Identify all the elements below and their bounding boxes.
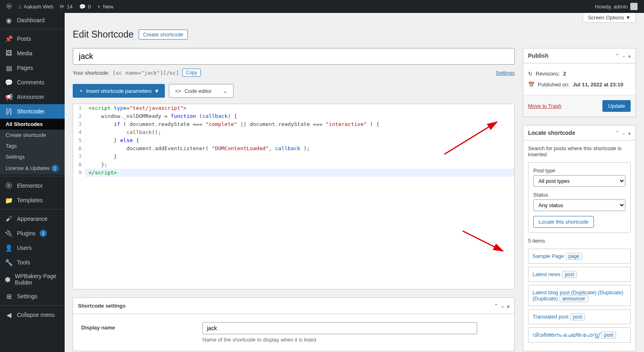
line-number: 5 [73, 136, 85, 145]
status-select[interactable]: Any status [533, 199, 625, 211]
editor-type-select[interactable]: <>Code editor⌄ [169, 84, 233, 98]
calendar-icon: 📅 [528, 82, 535, 88]
sidebar-item-announcer[interactable]: 📢Announcer [0, 90, 65, 104]
chevron-down-icon[interactable]: ⌄ [501, 303, 505, 309]
locate-shortcode-box: Locate shortcode ⌃⌄▴ Search for posts wh… [523, 125, 636, 351]
display-name-input[interactable] [202, 322, 477, 334]
result-item: Latest newspost [528, 267, 631, 282]
sidebar-item-media[interactable]: 🖼Media [0, 46, 65, 61]
sidebar-item-posts[interactable]: 📌Posts [0, 31, 65, 46]
menu-separator [0, 174, 65, 176]
sidebar-item-pages[interactable]: ▤Pages [0, 61, 65, 75]
sidebar-item-wpbakery[interactable]: ⬢WPBakery Page Builder [0, 270, 65, 289]
sidebar-item-elementor[interactable]: ⓔElementor [0, 178, 65, 193]
sidebar-item-label: Dashboard [17, 17, 45, 23]
editor-label: Code editor [185, 88, 212, 94]
sidebar-item-label: Templates [17, 197, 43, 203]
comment-icon: 💬 [79, 4, 86, 10]
media-icon: 🖼 [5, 49, 13, 57]
sidebar-item-label: Tools [17, 259, 30, 266]
submenu-license[interactable]: License & Updates 1 [0, 162, 65, 174]
sidebar-item-templates[interactable]: 📁Templates [0, 193, 65, 207]
shortcode-code: [sc name="jack"][/sc] [113, 70, 179, 76]
chevron-up-icon[interactable]: ⌃⌄▴ [615, 53, 631, 59]
display-name-label: Display name [81, 322, 194, 331]
comments-count: 0 [88, 4, 91, 10]
insert-parameters-button[interactable]: ＋Insert shortcode parameters▼ [73, 84, 165, 98]
sidebar-item-shortcoder[interactable]: [/]Shortcoder [0, 104, 65, 119]
sidebar-item-label: Posts [17, 36, 31, 42]
menu-separator [0, 27, 65, 29]
screen-options-toggle[interactable]: Screen Options ▼ [583, 13, 636, 23]
my-account[interactable]: Howdy, admin [592, 0, 641, 13]
submenu-tags[interactable]: Tags [0, 140, 65, 151]
result-item: വിവർത്തനം ചെയ്ത പോസ്റ്റ്post [528, 327, 631, 343]
submenu-create-shortcode[interactable]: Create shortcode [0, 130, 65, 140]
move-to-trash-link[interactable]: Move to Trash [528, 103, 561, 109]
collapse-icon: ◀ [5, 311, 13, 319]
sidebar-item-collapse[interactable]: ◀Collapse menu [0, 308, 65, 322]
brush-icon: 🖌 [5, 215, 13, 223]
site-name[interactable]: ⌂Aakash Web [15, 0, 57, 13]
page-title: Edit Shortcode [73, 29, 134, 40]
locate-button[interactable]: Locate this shortcode [533, 216, 594, 228]
result-link[interactable]: Translated post [532, 314, 568, 320]
sidebar-item-settings[interactable]: ⊞Settings [0, 289, 65, 304]
submenu-label: License & Updates [6, 165, 50, 171]
result-type: post [601, 331, 616, 339]
update-button[interactable]: Update [602, 100, 631, 112]
insert-label: Insert shortcode parameters [86, 88, 152, 94]
line-number: 9 [73, 169, 85, 177]
toggle-icon[interactable]: ▴ [628, 130, 631, 136]
pin-icon: 📌 [5, 35, 13, 43]
copy-button[interactable]: Copy [182, 69, 201, 77]
elementor-icon: ⓔ [5, 182, 13, 190]
updates[interactable]: ⟳14 [57, 0, 76, 13]
sidebar-item-tools[interactable]: 🔧Tools [0, 255, 65, 270]
locate-desc: Search for posts where this shortcode is… [528, 145, 631, 157]
code-editor[interactable]: 1<script type="text/javascript"> 2 windo… [73, 104, 515, 289]
chevron-down-icon[interactable]: ⌄ [622, 53, 626, 59]
create-shortcode-button[interactable]: Create shortcode [139, 29, 188, 40]
updates-count: 14 [67, 4, 72, 10]
sidebar-item-label: Shortcoder [17, 108, 44, 115]
sidebar-item-label: Elementor [17, 182, 43, 189]
refresh-icon: ⟳ [60, 4, 64, 10]
result-link[interactable]: Sample Page [532, 253, 564, 259]
shortcoder-icon: [/] [5, 107, 13, 115]
post-type-select[interactable]: All post types [533, 175, 625, 187]
settings-link[interactable]: Settings [496, 70, 515, 76]
toggle-icon[interactable]: ▴ [628, 53, 631, 59]
megaphone-icon: 📢 [5, 93, 13, 101]
submenu-all-shortcodes[interactable]: All Shortcodes [0, 119, 65, 130]
plugins-badge: 2 [40, 230, 47, 237]
wrench-icon: 🔧 [5, 258, 13, 266]
sidebar-item-dashboard[interactable]: ◉Dashboard [0, 13, 65, 27]
sidebar-item-plugins[interactable]: 🔌Plugins 2 [0, 226, 65, 241]
chevron-up-icon[interactable]: ⌃ [615, 130, 619, 136]
pages-icon: ▤ [5, 64, 13, 72]
comments[interactable]: 💬0 [76, 0, 94, 13]
sidebar-item-comments[interactable]: 💬Comments [0, 75, 65, 90]
new-content[interactable]: +New [94, 0, 117, 13]
result-link[interactable]: വിവർത്തനം ചെയ്ത പോസ്റ്റ് [532, 332, 600, 338]
license-badge: 1 [51, 165, 59, 172]
shortcoder-submenu: All Shortcodes Create shortcode Tags Set… [0, 119, 65, 174]
result-item: Latest blog post (Duplicate) (Duplicate)… [528, 285, 631, 306]
user-icon: 👤 [5, 244, 13, 252]
chevron-down-icon[interactable]: ⌄ [622, 130, 626, 136]
menu-separator [0, 207, 65, 210]
line-number: 4 [73, 128, 85, 136]
result-link[interactable]: Latest news [532, 271, 560, 277]
shortcode-settings-box: Shortcode settings ⌃⌄▴ Display name Name… [73, 298, 515, 351]
sidebar-item-appearance[interactable]: 🖌Appearance [0, 212, 65, 226]
published-label: Published on: [538, 82, 570, 88]
settings-icon: ⊞ [5, 292, 13, 300]
wp-logo[interactable]: ⓦ [3, 0, 15, 13]
submenu-settings[interactable]: Settings [0, 151, 65, 162]
chevron-up-icon[interactable]: ⌃ [494, 303, 498, 309]
sidebar-item-label: Comments [17, 79, 44, 86]
sidebar-item-users[interactable]: 👤Users [0, 241, 65, 255]
toggle-icon[interactable]: ▴ [507, 303, 509, 309]
shortcode-title-input[interactable] [73, 48, 515, 65]
